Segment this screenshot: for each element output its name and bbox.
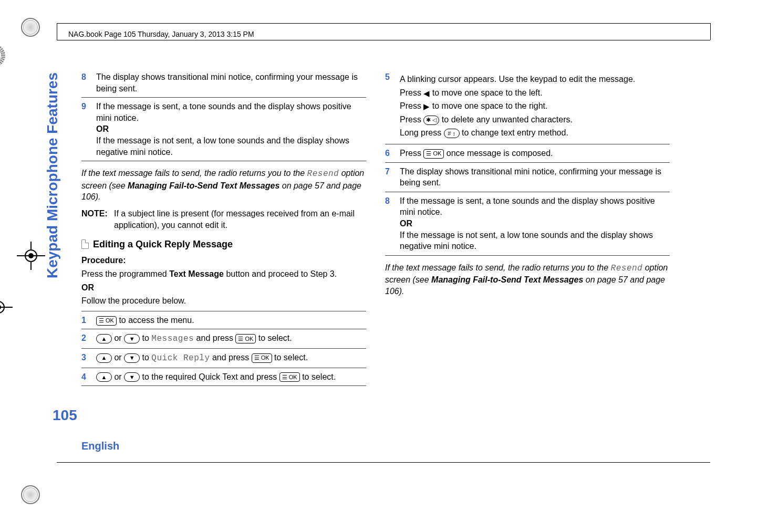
down-key-icon: ▼ (124, 334, 140, 343)
step-1: 1 ☰ OK to access the menu. (81, 311, 366, 330)
text: Press (400, 149, 423, 158)
text: to change text entry method. (460, 128, 568, 137)
step-text: ▲ or ▼ to the required Quick Text and pr… (96, 371, 366, 383)
menu-item: Quick Reply (151, 353, 210, 363)
text: Press ◀ to move one space to the left. (400, 87, 670, 99)
menu-item: Messages (151, 334, 194, 343)
section-title: Editing a Quick Reply Message (93, 238, 233, 251)
fail-note: If the text message fails to send, the r… (81, 168, 366, 203)
step-6: 6 Press ☰ OK once message is composed. (385, 144, 670, 163)
step-4: 4 ▲ or ▼ to the required Quick Text and … (81, 368, 366, 387)
step-number: 7 (385, 166, 393, 189)
step-text: ☰ OK to access the menu. (96, 315, 366, 326)
step-8: 8 The display shows transitional mini no… (81, 68, 366, 98)
text: and press (210, 353, 251, 362)
step-text: If the message is sent, a tone sounds an… (400, 195, 670, 252)
document-icon (81, 239, 89, 249)
text: and press (194, 333, 235, 342)
text: Press (400, 88, 423, 97)
note-text: If a subject line is present (for messag… (114, 208, 366, 231)
text: If the text message fails to send, the r… (385, 263, 611, 272)
text: A blinking cursor appears. Use the keypa… (400, 74, 670, 85)
left-arrow-icon: ◀ (423, 89, 430, 97)
step-text: ▲ or ▼ to Quick Reply and press ☰ OK to … (96, 352, 366, 364)
header-path: NAG.book Page 105 Thursday, January 3, 2… (68, 30, 254, 38)
step-number: 8 (385, 195, 393, 252)
step-text: Press ☰ OK once message is composed. (400, 148, 670, 159)
page-frame: NAG.book Page 105 Thursday, January 3, 2… (0, 0, 768, 532)
text: If the message is sent, a tone sounds an… (400, 196, 655, 217)
star-key-icon: ✱ ◁ (423, 116, 439, 125)
text: to move one space to the right. (430, 101, 547, 110)
language-label: English (81, 440, 119, 452)
step-8: 8 If the message is sent, a tone sounds … (385, 192, 670, 256)
text: Press ▶ to move one space to the right. (400, 100, 670, 112)
section-heading: Editing a Quick Reply Message (81, 238, 366, 251)
reference-title: Managing Fail-to-Send Text Messages (128, 181, 279, 190)
step-number: 6 (385, 148, 393, 159)
or-label: OR (96, 124, 109, 133)
text: button and proceed to Step 3. (224, 269, 337, 278)
resend-label: Resend (307, 169, 339, 179)
button-name: Text Message (169, 269, 224, 278)
frame-line (57, 23, 710, 24)
frame-line (57, 462, 710, 463)
step-number: 3 (81, 352, 90, 364)
or-label: OR (81, 282, 366, 294)
text: or (112, 372, 124, 381)
text: to delete any unwanted characters. (439, 115, 573, 124)
printer-ring-icon (21, 485, 40, 504)
up-key-icon: ▲ (96, 372, 112, 382)
step-text: If the message is sent, a tone sounds an… (96, 101, 366, 158)
text: If the message is sent, a tone sounds an… (96, 102, 351, 122)
up-key-icon: ▲ (96, 353, 112, 363)
ok-key-icon: ☰ OK (235, 334, 256, 343)
printer-ring-icon (21, 18, 40, 37)
or-label: OR (400, 219, 412, 228)
reference-title: Managing Fail-to-Send Text Messages (431, 275, 583, 284)
ok-key-icon: ☰ OK (279, 372, 300, 382)
text: once message is composed. (444, 149, 553, 158)
text: If the text message fails to send, the r… (81, 169, 307, 178)
frame-line (57, 23, 57, 40)
text: Press (400, 101, 423, 110)
right-column: 5 A blinking cursor appears. Use the key… (385, 68, 670, 386)
text: Press ✱ ◁ to delete any unwanted charact… (400, 114, 670, 126)
note-label: NOTE: (81, 208, 109, 231)
step-7: 7 The display shows transitional mini no… (385, 163, 670, 192)
text: or (112, 333, 124, 342)
step-number: 9 (81, 101, 90, 158)
down-key-icon: ▼ (124, 353, 140, 363)
text: Press the programmed (81, 269, 169, 278)
text: to the required Quick Text and press (140, 372, 279, 381)
step-text: The display shows transitional mini noti… (96, 71, 366, 94)
step-2: 2 ▲ or ▼ to Messages and press ☰ OK to s… (81, 329, 366, 349)
text: If the message is not sent, a low tone s… (96, 136, 349, 157)
frame-line (710, 23, 711, 40)
procedure-text: Press the programmed Text Message button… (81, 268, 366, 280)
ok-key-icon: ☰ OK (423, 149, 444, 159)
ok-key-icon: ☰ OK (96, 316, 117, 326)
sunburst-icon (0, 44, 5, 67)
step-3: 3 ▲ or ▼ to Quick Reply and press ☰ OK t… (81, 349, 366, 368)
resend-label: Resend (611, 264, 643, 273)
text: to move one space to the left. (430, 88, 542, 97)
hash-key-icon: # ↕ (444, 129, 460, 138)
text: If the message is not sent, a low tone s… (400, 231, 653, 251)
text: Press (400, 115, 423, 124)
note: NOTE: If a subject line is present (for … (81, 208, 366, 231)
registration-target-icon (17, 242, 45, 270)
step-number: 4 (81, 371, 90, 383)
text: to select. (272, 353, 308, 362)
text: to access the menu. (117, 316, 194, 325)
step-9: 9 If the message is sent, a tone sounds … (81, 98, 366, 161)
text: to select. (256, 333, 292, 342)
frame-line (57, 40, 710, 40)
procedure-label: Procedure: (81, 255, 366, 266)
ok-key-icon: ☰ OK (252, 353, 272, 363)
registration-target-icon (0, 293, 13, 321)
section-title-vertical: Keypad Microphone Features (44, 72, 61, 278)
text: Long press # ↕ to change text entry meth… (400, 127, 670, 139)
step-text: A blinking cursor appears. Use the keypa… (400, 71, 670, 141)
page-number: 105 (53, 407, 77, 424)
